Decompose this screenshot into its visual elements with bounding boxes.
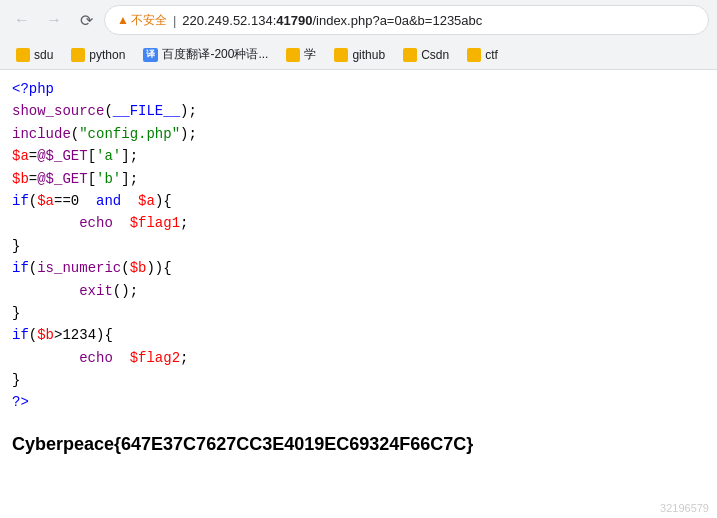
url-path: /index.php?a=0a&b=1235abc xyxy=(312,13,482,28)
url-text: 220.249.52.134:41790/index.php?a=0a&b=12… xyxy=(182,13,482,28)
security-warning: ▲ 不安全 xyxy=(117,12,167,29)
bookmark-translate-icon: 译 xyxy=(143,48,158,62)
bookmark-csdn-icon xyxy=(403,48,417,62)
bookmark-csdn-label: Csdn xyxy=(421,48,449,62)
bookmark-xue[interactable]: 学 xyxy=(278,44,324,65)
bookmark-xue-icon xyxy=(286,48,300,62)
bookmark-sdu[interactable]: sdu xyxy=(8,46,61,64)
bookmark-github-icon xyxy=(334,48,348,62)
bookmark-github[interactable]: github xyxy=(326,46,393,64)
bookmark-sdu-icon xyxy=(16,48,30,62)
bookmark-translate[interactable]: 译 百度翻译-200种语... xyxy=(135,44,276,65)
bookmark-xue-label: 学 xyxy=(304,46,316,63)
bookmark-python-icon xyxy=(71,48,85,62)
security-label: 不安全 xyxy=(131,12,167,29)
bookmark-python-label: python xyxy=(89,48,125,62)
address-bar[interactable]: ▲ 不安全 | 220.249.52.134:41790/index.php?a… xyxy=(104,5,709,35)
bookmark-ctf[interactable]: ctf xyxy=(459,46,506,64)
bookmark-translate-label: 百度翻译-200种语... xyxy=(162,46,268,63)
bookmark-ctf-label: ctf xyxy=(485,48,498,62)
bookmark-python[interactable]: python xyxy=(63,46,133,64)
bookmark-github-label: github xyxy=(352,48,385,62)
warning-icon: ▲ xyxy=(117,13,129,27)
bookmarks-bar: sdu python 译 百度翻译-200种语... 学 github Csdn… xyxy=(0,40,717,70)
flag-output: Cyberpeace{647E37C7627CC3E4019EC69324F66… xyxy=(12,430,705,459)
code-block: <?php show_source(__FILE__); include("co… xyxy=(12,78,705,414)
back-button[interactable]: ← xyxy=(8,6,36,34)
bookmark-csdn[interactable]: Csdn xyxy=(395,46,457,64)
forward-button[interactable]: → xyxy=(40,6,68,34)
url-prefix: 220.249.52.134: xyxy=(182,13,276,28)
browser-chrome: ← → ⟳ ▲ 不安全 | 220.249.52.134:41790/index… xyxy=(0,0,717,70)
url-separator: | xyxy=(173,13,176,28)
page-content: <?php show_source(__FILE__); include("co… xyxy=(0,70,717,467)
reload-button[interactable]: ⟳ xyxy=(72,6,100,34)
bookmark-ctf-icon xyxy=(467,48,481,62)
nav-bar: ← → ⟳ ▲ 不安全 | 220.249.52.134:41790/index… xyxy=(0,0,717,40)
bookmark-sdu-label: sdu xyxy=(34,48,53,62)
url-port: 41790 xyxy=(276,13,312,28)
